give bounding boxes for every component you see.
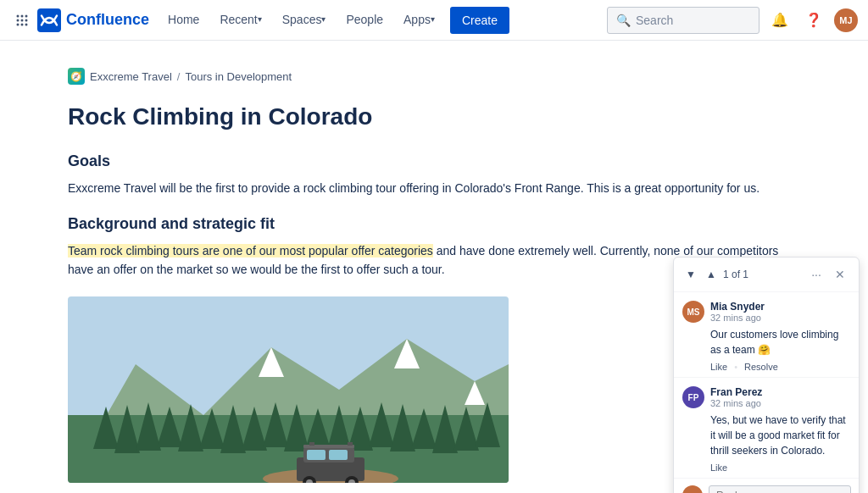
close-panel-button[interactable]: ✕: [830, 264, 850, 285]
comment-avatar: MS: [682, 301, 704, 323]
svg-rect-45: [309, 442, 314, 446]
create-button[interactable]: Create: [450, 7, 509, 34]
action-separator: •: [734, 362, 737, 372]
help-button[interactable]: ❓: [800, 7, 827, 34]
comment-item-2: FP Fran Perez 32 mins ago Yes, but we ha…: [674, 378, 859, 479]
comment-header: MS Mia Snyder 32 mins ago: [682, 301, 850, 323]
page-title: Rock Climbing in Colorado: [68, 102, 800, 132]
svg-point-2: [25, 14, 28, 17]
svg-point-1: [21, 14, 24, 17]
background-heading: Background and strategic fit: [68, 215, 800, 233]
goals-heading: Goals: [68, 152, 800, 170]
breadcrumb-workspace[interactable]: Exxcreme Travel: [90, 70, 172, 83]
svg-rect-42: [307, 450, 326, 460]
comment-meta: Mia Snyder 32 mins ago: [710, 301, 765, 323]
resolve-button[interactable]: Resolve: [744, 362, 778, 372]
svg-point-6: [17, 23, 19, 25]
comment-actions-2: Like: [710, 463, 850, 473]
comment-actions: Like • Resolve: [710, 362, 850, 372]
comment-item: MS Mia Snyder 32 mins ago Our customers …: [674, 292, 859, 378]
svg-rect-43: [329, 450, 348, 460]
notifications-button[interactable]: 🔔: [766, 7, 793, 34]
reply-row: MS: [674, 479, 859, 493]
svg-point-4: [21, 19, 24, 21]
more-options-button[interactable]: ···: [806, 264, 826, 285]
svg-point-3: [17, 19, 19, 21]
comment-counter: 1 of 1: [723, 269, 803, 280]
search-bar[interactable]: 🔍 Search: [607, 7, 760, 34]
breadcrumb-section[interactable]: Tours in Development: [185, 70, 292, 83]
workspace-icon: 🧭: [68, 68, 85, 85]
svg-rect-9: [37, 8, 61, 32]
nav-home[interactable]: Home: [159, 0, 208, 41]
logo[interactable]: Confluence: [37, 8, 149, 32]
svg-rect-46: [348, 442, 353, 446]
grid-menu-icon[interactable]: [10, 8, 34, 32]
search-icon: 🔍: [616, 14, 631, 27]
prev-comment-button[interactable]: ▼: [682, 266, 699, 283]
next-comment-button[interactable]: ▲: [703, 266, 720, 283]
nav-apps[interactable]: Apps: [395, 0, 443, 41]
logo-text: Confluence: [66, 11, 149, 29]
reply-input[interactable]: [709, 485, 851, 493]
comment-author-2: Fran Perez: [710, 386, 762, 398]
comment-header-2: FP Fran Perez 32 mins ago: [682, 386, 850, 408]
svg-point-5: [25, 19, 28, 21]
goals-text: Exxcreme Travel will be the first to pro…: [68, 179, 800, 197]
svg-point-8: [25, 23, 28, 25]
comment-body: Our customers love climbing as a team 🤗: [710, 327, 850, 357]
user-avatar[interactable]: MJ: [834, 8, 858, 32]
breadcrumb: 🧭 Exxcreme Travel / Tours in Development: [68, 68, 800, 85]
like-button-1[interactable]: Like: [710, 362, 727, 372]
panel-header: ▼ ▲ 1 of 1 ··· ✕: [674, 258, 859, 292]
search-placeholder: Search: [636, 14, 673, 27]
comment-avatar-2: FP: [682, 386, 704, 408]
main-layout: 🧭 Exxcreme Travel / Tours in Development…: [0, 41, 868, 493]
mountain-image: [68, 296, 509, 483]
comment-time-2: 32 mins ago: [710, 398, 762, 408]
breadcrumb-separator: /: [177, 70, 181, 83]
navbar: Confluence Home Recent Spaces People App…: [0, 0, 868, 41]
nav-people[interactable]: People: [337, 0, 392, 41]
highlighted-text: Team rock climbing tours are one of our …: [68, 244, 433, 258]
nav-recent[interactable]: Recent: [211, 0, 270, 41]
comment-time: 32 mins ago: [710, 313, 765, 323]
comment-author: Mia Snyder: [710, 301, 765, 313]
comment-body-2: Yes, but we have to verify that it will …: [710, 413, 850, 458]
nav-spaces[interactable]: Spaces: [274, 0, 335, 41]
comment-panel: ▼ ▲ 1 of 1 ··· ✕ MS Mia Snyder 32 mins a…: [673, 257, 860, 493]
like-button-2[interactable]: Like: [710, 463, 727, 473]
reply-user-avatar: MS: [682, 485, 703, 493]
svg-point-0: [17, 14, 19, 17]
svg-point-7: [21, 23, 24, 25]
comment-meta-2: Fran Perez 32 mins ago: [710, 386, 762, 408]
